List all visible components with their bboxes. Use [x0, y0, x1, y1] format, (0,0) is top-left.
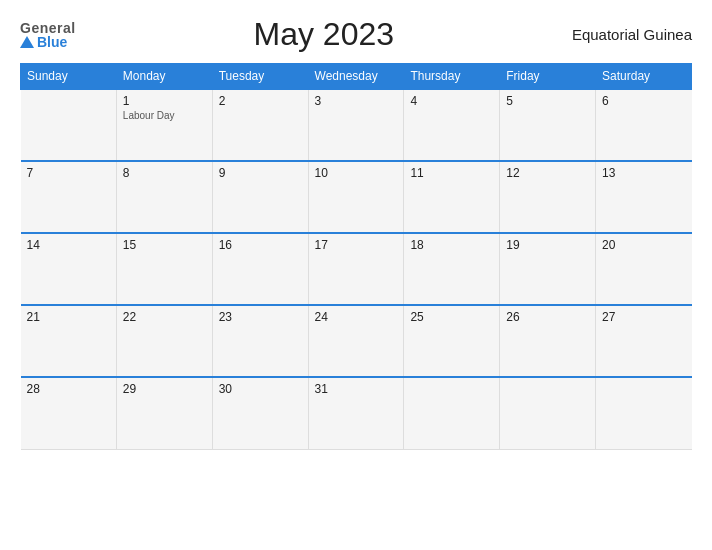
holiday-label: Labour Day [123, 110, 206, 121]
logo-blue-text: Blue [37, 35, 67, 49]
calendar-cell: 5 [500, 89, 596, 161]
day-number: 9 [219, 166, 302, 180]
day-number: 21 [27, 310, 110, 324]
weekday-header-row: Sunday Monday Tuesday Wednesday Thursday… [21, 64, 692, 90]
calendar-cell: 19 [500, 233, 596, 305]
day-number: 13 [602, 166, 685, 180]
calendar-cell: 16 [212, 233, 308, 305]
calendar-title: May 2023 [76, 16, 572, 53]
calendar-cell [596, 377, 692, 449]
day-number: 19 [506, 238, 589, 252]
header-monday: Monday [116, 64, 212, 90]
day-number: 26 [506, 310, 589, 324]
calendar-cell: 9 [212, 161, 308, 233]
day-number: 24 [315, 310, 398, 324]
calendar-cell: 10 [308, 161, 404, 233]
day-number: 31 [315, 382, 398, 396]
logo-blue-container: Blue [20, 35, 67, 49]
day-number: 17 [315, 238, 398, 252]
header-sunday: Sunday [21, 64, 117, 90]
calendar-cell: 28 [21, 377, 117, 449]
calendar-cell: 18 [404, 233, 500, 305]
calendar-cell: 21 [21, 305, 117, 377]
day-number: 22 [123, 310, 206, 324]
calendar-cell [404, 377, 500, 449]
day-number: 4 [410, 94, 493, 108]
header-thursday: Thursday [404, 64, 500, 90]
header: General Blue May 2023 Equatorial Guinea [20, 16, 692, 53]
calendar-cell: 27 [596, 305, 692, 377]
calendar-cell: 24 [308, 305, 404, 377]
day-number: 11 [410, 166, 493, 180]
day-number: 28 [27, 382, 110, 396]
logo-triangle-icon [20, 36, 34, 48]
calendar-cell: 14 [21, 233, 117, 305]
calendar-cell [500, 377, 596, 449]
header-saturday: Saturday [596, 64, 692, 90]
day-number: 25 [410, 310, 493, 324]
header-wednesday: Wednesday [308, 64, 404, 90]
day-number: 14 [27, 238, 110, 252]
calendar-week-row: 1Labour Day23456 [21, 89, 692, 161]
calendar-week-row: 28293031 [21, 377, 692, 449]
header-friday: Friday [500, 64, 596, 90]
day-number: 1 [123, 94, 206, 108]
logo-general-text: General [20, 21, 76, 35]
calendar-cell: 12 [500, 161, 596, 233]
calendar-cell: 8 [116, 161, 212, 233]
calendar-cell: 2 [212, 89, 308, 161]
calendar-cell: 31 [308, 377, 404, 449]
calendar-cell: 22 [116, 305, 212, 377]
day-number: 29 [123, 382, 206, 396]
calendar-cell: 11 [404, 161, 500, 233]
calendar-cell: 29 [116, 377, 212, 449]
calendar-cell: 23 [212, 305, 308, 377]
calendar-cell: 25 [404, 305, 500, 377]
header-tuesday: Tuesday [212, 64, 308, 90]
day-number: 30 [219, 382, 302, 396]
day-number: 10 [315, 166, 398, 180]
calendar-week-row: 78910111213 [21, 161, 692, 233]
calendar-table: Sunday Monday Tuesday Wednesday Thursday… [20, 63, 692, 450]
day-number: 12 [506, 166, 589, 180]
calendar-cell: 15 [116, 233, 212, 305]
calendar-cell: 20 [596, 233, 692, 305]
calendar-cell: 13 [596, 161, 692, 233]
day-number: 15 [123, 238, 206, 252]
day-number: 2 [219, 94, 302, 108]
day-number: 20 [602, 238, 685, 252]
day-number: 6 [602, 94, 685, 108]
calendar-cell: 3 [308, 89, 404, 161]
calendar-page: General Blue May 2023 Equatorial Guinea … [0, 0, 712, 550]
calendar-cell: 1Labour Day [116, 89, 212, 161]
day-number: 27 [602, 310, 685, 324]
calendar-cell [21, 89, 117, 161]
calendar-week-row: 14151617181920 [21, 233, 692, 305]
day-number: 3 [315, 94, 398, 108]
logo: General Blue [20, 21, 76, 49]
day-number: 7 [27, 166, 110, 180]
day-number: 16 [219, 238, 302, 252]
day-number: 8 [123, 166, 206, 180]
calendar-week-row: 21222324252627 [21, 305, 692, 377]
country-label: Equatorial Guinea [572, 26, 692, 43]
calendar-cell: 4 [404, 89, 500, 161]
calendar-cell: 7 [21, 161, 117, 233]
day-number: 18 [410, 238, 493, 252]
day-number: 23 [219, 310, 302, 324]
calendar-cell: 26 [500, 305, 596, 377]
calendar-cell: 30 [212, 377, 308, 449]
calendar-cell: 17 [308, 233, 404, 305]
calendar-cell: 6 [596, 89, 692, 161]
day-number: 5 [506, 94, 589, 108]
